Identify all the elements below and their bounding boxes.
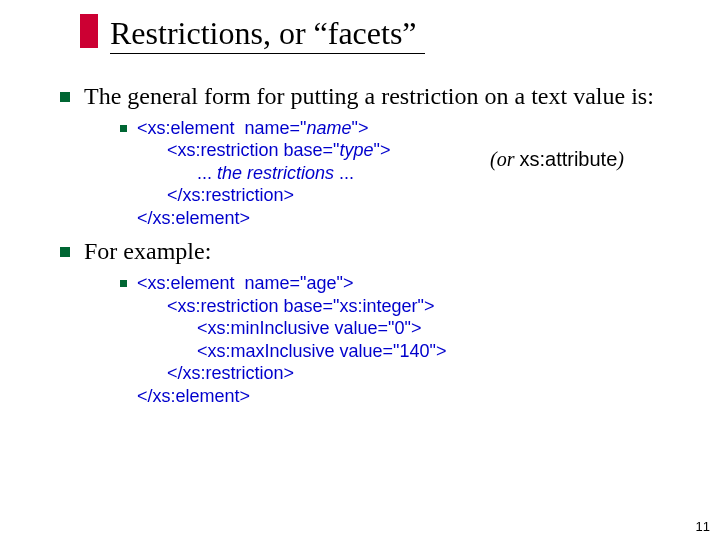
code-line: </xs:restriction> xyxy=(137,363,294,383)
code-line: </xs:element> xyxy=(137,386,250,406)
bullet-level2: <xs:element name="age"> <xs:restriction … xyxy=(120,272,690,407)
code-line: <xs:minInclusive value="0"> xyxy=(137,318,421,338)
side-note: (or xs:attribute) xyxy=(490,148,624,171)
code-line: <xs:restriction base=" xyxy=(137,140,339,160)
square-bullet-icon xyxy=(60,247,70,257)
sidenote-code: xs:attribute xyxy=(519,148,617,170)
code-line: "> xyxy=(374,140,391,160)
sidenote-close: ) xyxy=(617,148,624,170)
code-line: <xs:element name="age"> xyxy=(137,273,353,293)
code-placeholder: name xyxy=(306,118,351,138)
code-line: "> xyxy=(352,118,369,138)
code-line: <xs:element name=" xyxy=(137,118,306,138)
code-line: ... xyxy=(334,163,354,183)
code-line: </xs:element> xyxy=(137,208,250,228)
square-bullet-icon xyxy=(120,280,127,287)
bullet-level1: For example: xyxy=(60,237,690,266)
code-block-generic: <xs:element name="name"> <xs:restriction… xyxy=(137,117,390,230)
square-bullet-icon xyxy=(60,92,70,102)
slide-title: Restrictions, or “facets” xyxy=(110,17,425,54)
bullet-level1: The general form for putting a restricti… xyxy=(60,82,690,111)
code-placeholder: type xyxy=(339,140,373,160)
slide-content: The general form for putting a restricti… xyxy=(60,82,690,407)
page-number: 11 xyxy=(696,519,710,534)
slide: Restrictions, or “facets” The general fo… xyxy=(0,0,720,540)
code-block-example: <xs:element name="age"> <xs:restriction … xyxy=(137,272,446,407)
code-placeholder: the restrictions xyxy=(217,163,334,183)
bullet-text: The general form for putting a restricti… xyxy=(84,82,654,111)
title-row: Restrictions, or “facets” xyxy=(80,14,690,54)
bullet-text: For example: xyxy=(84,237,211,266)
title-accent-bar xyxy=(80,14,98,48)
code-line: </xs:restriction> xyxy=(137,185,294,205)
code-line: <xs:maxInclusive value="140"> xyxy=(137,341,446,361)
square-bullet-icon xyxy=(120,125,127,132)
sidenote-open: (or xyxy=(490,148,519,170)
code-line: ... xyxy=(137,163,217,183)
code-line: <xs:restriction base="xs:integer"> xyxy=(137,296,434,316)
bullet-level2: <xs:element name="name"> <xs:restriction… xyxy=(120,117,690,230)
